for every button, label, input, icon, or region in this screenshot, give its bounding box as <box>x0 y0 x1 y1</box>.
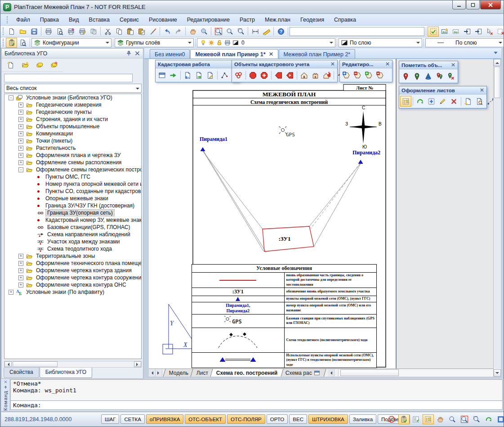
document-tab[interactable]: Межевой план Пример 1* <box>190 49 278 58</box>
layer-groups-dropdown[interactable]: Группы слоёв <box>115 38 194 47</box>
publish-button[interactable] <box>65 27 76 36</box>
mark-remove-button[interactable] <box>445 71 456 81</box>
menu-item-вставка[interactable]: Вставка <box>84 14 115 25</box>
help-button[interactable]: ? <box>275 27 286 36</box>
close-button[interactable] <box>480 0 501 9</box>
tree-expander[interactable]: + <box>18 146 23 151</box>
mark-pair-button[interactable] <box>434 71 445 81</box>
toggle-заливка[interactable]: Заливка <box>349 414 376 424</box>
color-dropdown[interactable]: По слою <box>339 38 422 47</box>
dimension-path-button[interactable] <box>485 96 493 107</box>
parcel-button[interactable] <box>247 70 259 81</box>
close-icon[interactable] <box>3 380 8 384</box>
toggle-сетка[interactable]: СЕТКА <box>120 414 144 424</box>
layer-lock-button[interactable] <box>215 39 223 47</box>
part-remove-button[interactable] <box>375 70 386 81</box>
tree-expander[interactable]: - <box>9 95 13 100</box>
create-symbol-button[interactable] <box>5 61 16 70</box>
format-painter-button[interactable] <box>147 27 158 36</box>
open-document-button[interactable] <box>17 27 28 36</box>
toolbar-grip[interactable] <box>3 27 4 35</box>
toggle-опривязка[interactable]: оПРИВЯЗКА <box>146 414 184 424</box>
preview-button[interactable] <box>54 27 65 36</box>
tree-expander[interactable]: + <box>18 254 23 259</box>
layer-freeze-button[interactable] <box>207 39 215 47</box>
zoom-dynamic-button[interactable] <box>198 27 210 36</box>
close-icon[interactable] <box>447 63 455 68</box>
tree-item[interactable]: +Территориальные зоны <box>4 252 141 260</box>
tree-item[interactable]: +АБУсловные знаки (По алфавиту) <box>4 288 141 296</box>
menu-item-правка[interactable]: Правка <box>35 14 64 25</box>
sheet-delete-button[interactable] <box>448 96 459 107</box>
zoom-extents-button[interactable] <box>471 414 482 424</box>
maximize-button[interactable] <box>466 0 480 9</box>
quick-command-input[interactable] <box>290 27 424 36</box>
list-mode-dropdown[interactable]: Весь список <box>4 84 142 93</box>
toggle-штриховка[interactable]: ШТРИХОВКА <box>308 414 348 424</box>
tree-expander[interactable]: - <box>18 167 23 172</box>
close-icon[interactable] <box>476 88 484 93</box>
copy-symbols-button[interactable] <box>34 61 45 70</box>
tree-expander[interactable]: + <box>18 124 23 129</box>
scroll-down-button[interactable] <box>494 369 501 377</box>
sheets-manager-button[interactable] <box>400 96 411 107</box>
tree-expander[interactable]: + <box>18 103 23 108</box>
tree-item[interactable]: Участок хода между знаками <box>4 238 141 245</box>
import-objects-button[interactable] <box>461 27 473 36</box>
properties-palette-button[interactable] <box>6 38 17 48</box>
open-work-button[interactable] <box>168 70 179 81</box>
configurations-dropdown[interactable]: Конфигурации <box>31 38 112 47</box>
sheet-edit-button[interactable] <box>437 96 448 107</box>
layout-tab[interactable]: Схема рас <box>280 369 326 377</box>
tree-expander[interactable]: + <box>18 110 23 115</box>
document-tab[interactable]: Без имени0 <box>150 49 190 58</box>
close-icon[interactable] <box>382 62 390 67</box>
tree-expander[interactable]: + <box>18 275 23 280</box>
scroll-up-button[interactable] <box>494 59 501 66</box>
sheet-add-button[interactable] <box>426 96 437 107</box>
tree-item[interactable]: +Коммуникации <box>4 130 141 137</box>
menu-item-меж.план[interactable]: Меж.план <box>260 14 295 25</box>
contour-add-button[interactable] <box>341 70 352 81</box>
detach-selection-button[interactable] <box>484 27 495 36</box>
selection-options-button[interactable] <box>428 27 439 36</box>
menu-item-рисование[interactable]: Рисование <box>144 14 182 25</box>
tree-expander[interactable]: + <box>18 131 23 136</box>
toggle-шаг[interactable]: ШАГ <box>101 414 119 424</box>
tree-item[interactable]: Опорные межевые знаки <box>4 195 141 202</box>
cursor-tracking-off-button[interactable] <box>386 414 397 424</box>
tree-item[interactable]: Схема теодолитного хода <box>4 245 141 252</box>
tree-item[interactable]: -Условные знаки (Библиотека УГО) <box>4 94 141 101</box>
pan-button[interactable] <box>435 414 446 424</box>
mark-red-button[interactable] <box>400 71 411 81</box>
tree-item[interactable]: Номер пункта опорной межевой сети или ег <box>4 180 141 188</box>
document-tab[interactable]: Межевой план Пример 2* <box>279 49 356 58</box>
menu-item-файл[interactable]: Файл <box>11 14 35 25</box>
tree-expander[interactable]: + <box>18 117 23 122</box>
menu-item-вид[interactable]: Вид <box>64 14 84 25</box>
tree-item[interactable]: Граница ЗУ(опорная сеть) <box>4 209 141 216</box>
menu-item-растр[interactable]: Растр <box>235 14 260 25</box>
layout-tab[interactable]: Схема гео. построений <box>210 369 284 377</box>
zoom-realtime-button[interactable] <box>447 414 458 424</box>
panel-tab-inactive[interactable]: Свойства <box>4 368 39 378</box>
library-filter-input[interactable] <box>4 74 133 82</box>
sheets-refresh-button[interactable] <box>415 96 426 107</box>
tree-item[interactable]: +Растительность <box>4 144 141 152</box>
new-work-button[interactable] <box>156 70 168 81</box>
parcel-part-button[interactable] <box>273 70 284 81</box>
sheets-tree-button[interactable] <box>423 414 434 424</box>
remove-frame-button[interactable] <box>495 27 504 36</box>
work-properties-button[interactable] <box>182 70 193 81</box>
layer-color-button[interactable] <box>232 39 240 47</box>
zoom-extents-button[interactable] <box>235 27 246 36</box>
tree-item[interactable]: Базовые станции(GPS, ГЛОНАС) <box>4 224 141 231</box>
mark-cone-button[interactable] <box>423 71 434 81</box>
menu-item-справка[interactable]: Справка <box>329 14 361 25</box>
zoom-window-button[interactable] <box>213 27 224 36</box>
menu-item-геодезия[interactable]: Геодезия <box>295 14 329 25</box>
page-setup-button[interactable] <box>76 27 88 36</box>
tree-item[interactable]: +Оформление чертежа контура сооружения <box>4 274 141 281</box>
zoom-realtime-button[interactable] <box>224 27 235 36</box>
tab-list-dropdown[interactable] <box>493 50 499 57</box>
